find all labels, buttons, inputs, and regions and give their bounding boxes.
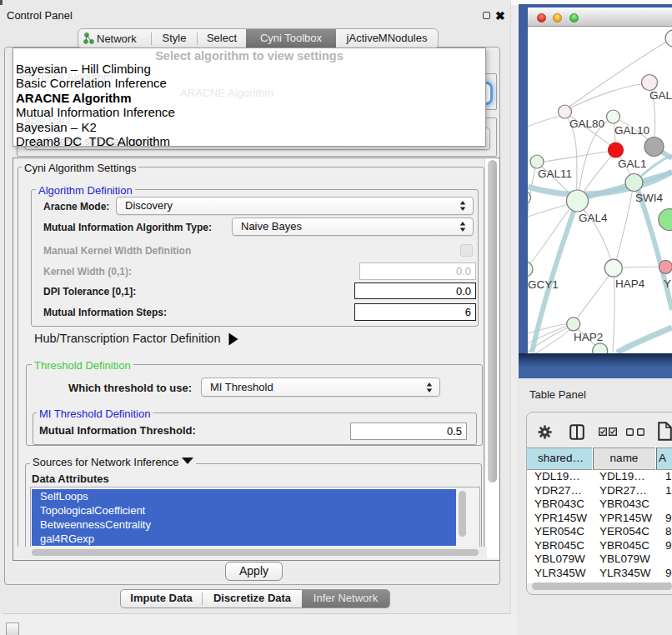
svg-text:HAP4: HAP4	[615, 278, 645, 290]
svg-text:GAL11: GAL11	[538, 168, 572, 180]
svg-text:GAL4: GAL4	[579, 212, 608, 224]
svg-text:GAL8: GAL8	[649, 89, 672, 102]
svg-text:GAL10: GAL10	[614, 124, 649, 137]
svg-text:Y: Y	[664, 278, 671, 290]
svg-text:SWI4: SWI4	[635, 192, 663, 204]
svg-text:GAL1: GAL1	[618, 158, 647, 170]
svg-text:GAL80: GAL80	[569, 118, 604, 130]
svg-text:HAP2: HAP2	[574, 331, 603, 343]
svg-text:GCY1: GCY1	[528, 278, 559, 291]
